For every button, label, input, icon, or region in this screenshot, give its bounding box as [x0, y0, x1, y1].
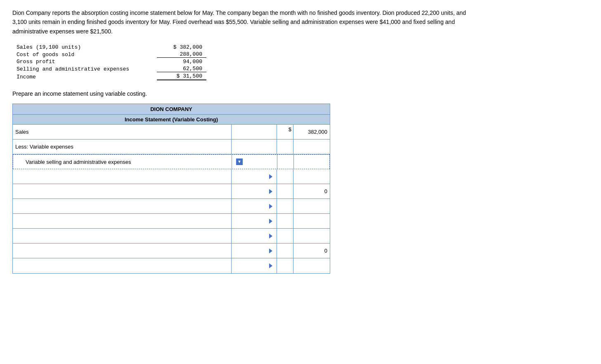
- vc-mid-8: [232, 229, 277, 243]
- intro-paragraph: Dion Company reports the absorption cost…: [12, 8, 466, 36]
- vc-table: DION COMPANY Income Statement (Variable …: [12, 104, 330, 274]
- vc-mid-4: [232, 169, 277, 184]
- triangle-icon-7: [269, 219, 272, 224]
- vc-dollar-5: [277, 184, 293, 199]
- vc-row-7: [13, 214, 330, 229]
- vc-mid-9: [232, 243, 277, 258]
- vc-dollar-less-variable: [277, 139, 293, 154]
- abs-label-4: Income: [17, 74, 157, 80]
- vc-label-sales: Sales: [13, 125, 232, 139]
- dropdown-arrow-icon[interactable]: ▼: [236, 158, 243, 165]
- vc-amount-4: [293, 169, 331, 184]
- abs-label-0: Sales (19,100 units): [17, 44, 157, 50]
- vc-label-10: [13, 258, 232, 273]
- abs-label-1: Cost of goods sold: [17, 52, 157, 58]
- vc-row-less-variable: Less: Variable expenses: [13, 139, 330, 154]
- abs-amount-3: 62,500: [157, 66, 206, 72]
- absorption-statement: Sales (19,100 units) $ 382,000 Cost of g…: [17, 44, 589, 80]
- vc-dollar-sales: $: [277, 125, 293, 139]
- vc-mid-variable-selling[interactable]: ▼: [232, 155, 277, 169]
- prepare-text: Prepare an income statement using variab…: [12, 90, 589, 97]
- vc-amount-7: [293, 214, 331, 228]
- vc-label-variable-selling: Variable selling and administrative expe…: [13, 155, 232, 169]
- vc-label-less-variable: Less: Variable expenses: [13, 139, 232, 154]
- triangle-icon-4: [269, 174, 272, 179]
- vc-dollar-4: [277, 169, 293, 184]
- vc-label-7: [13, 214, 232, 228]
- vc-dollar-6: [277, 199, 293, 213]
- vc-mid-sales: [232, 125, 277, 139]
- triangle-icon-8: [269, 234, 272, 239]
- abs-amount-4: $ 31,500: [157, 73, 206, 80]
- vc-amount-6: [293, 199, 331, 213]
- vc-label-8: [13, 229, 232, 243]
- vc-row-sales: Sales $ 382,000: [13, 125, 330, 139]
- abs-label-2: Gross profit: [17, 59, 157, 65]
- vc-row-variable-selling[interactable]: Variable selling and administrative expe…: [13, 154, 330, 169]
- vc-dollar-9: [277, 243, 293, 258]
- vc-label-6: [13, 199, 232, 213]
- vc-row-8: [13, 229, 330, 243]
- vc-mid-less-variable: [232, 139, 277, 154]
- vc-mid-10: [232, 258, 277, 273]
- vc-dollar-variable-selling: [277, 155, 294, 169]
- vc-dollar-10: [277, 258, 293, 273]
- vc-amount-less-variable: [293, 139, 331, 154]
- vc-mid-7: [232, 214, 277, 228]
- vc-mid-5: [232, 184, 277, 199]
- triangle-icon-5: [269, 189, 272, 194]
- vc-mid-6: [232, 199, 277, 213]
- vc-row-10: [13, 258, 330, 273]
- triangle-icon-6: [269, 204, 272, 209]
- vc-dollar-7: [277, 214, 293, 228]
- triangle-icon-9: [269, 248, 272, 253]
- vc-amount-5: 0: [293, 184, 331, 199]
- vc-row-4: [13, 169, 330, 184]
- abs-label-3: Selling and administrative expenses: [17, 66, 157, 72]
- vc-amount-sales: 382,000: [293, 125, 331, 139]
- vc-dollar-8: [277, 229, 293, 243]
- vc-row-6: [13, 199, 330, 214]
- vc-label-4: [13, 169, 232, 184]
- vc-label-9: [13, 243, 232, 258]
- vc-amount-variable-selling: [294, 155, 331, 169]
- vc-header-company: DION COMPANY: [13, 104, 330, 115]
- vc-amount-8: [293, 229, 331, 243]
- vc-label-5: [13, 184, 232, 199]
- abs-amount-2: 94,000: [157, 59, 206, 65]
- triangle-icon-10: [269, 263, 272, 268]
- abs-amount-1: 288,000: [157, 51, 206, 58]
- vc-row-9: 0: [13, 243, 330, 258]
- vc-amount-9: 0: [293, 243, 331, 258]
- abs-amount-0: $ 382,000: [157, 44, 206, 50]
- vc-amount-10: [293, 258, 331, 273]
- vc-row-5: 0: [13, 184, 330, 199]
- vc-header-title: Income Statement (Variable Costing): [13, 115, 330, 125]
